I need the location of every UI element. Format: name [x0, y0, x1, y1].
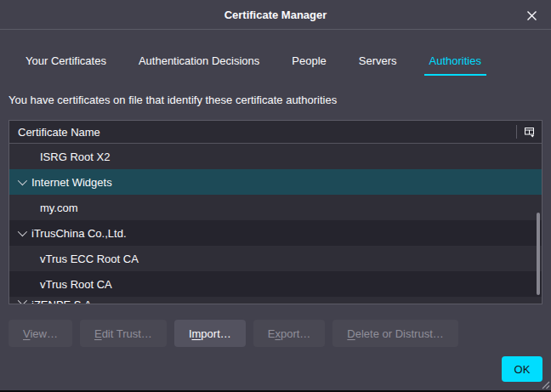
view-button[interactable]: View…	[9, 320, 72, 347]
import-button[interactable]: Import…	[174, 320, 246, 347]
chevron-glyph	[18, 296, 27, 304]
column-picker-icon[interactable]	[517, 121, 542, 143]
tab-people[interactable]: People	[287, 54, 331, 76]
chevron-glyph	[18, 227, 27, 236]
cert-row-label: iTrusChina Co.,Ltd.	[31, 227, 127, 240]
action-button-row: View…Edit Trust…Import…Export…Delete or …	[9, 320, 542, 347]
certificate-tree: ISRG Root X2Internet Widgetsmy.comiTrusC…	[9, 144, 542, 304]
cert-row-label: vTrus Root CA	[40, 278, 112, 291]
chevron-glyph	[18, 176, 27, 185]
export-button[interactable]: Export…	[253, 320, 326, 347]
tab-servers[interactable]: Servers	[354, 54, 402, 76]
certificate-table: Certificate Name ISRG Root X2Internet Wi…	[9, 120, 542, 304]
close-icon[interactable]	[523, 7, 540, 24]
cert-row-label: Internet Widgets	[31, 176, 112, 189]
tab-authentication-decisions[interactable]: Authentication Decisions	[133, 54, 264, 76]
scrollbar-thumb[interactable]	[537, 213, 540, 295]
dialog-title: Certificate Manager	[224, 9, 327, 21]
tab-authorities[interactable]: Authorities	[424, 54, 486, 76]
chevron-down-icon[interactable]	[16, 230, 26, 236]
close-icon-glyph	[526, 10, 537, 21]
cert-row-vtrus-root-ca[interactable]: vTrus Root CA	[9, 271, 542, 297]
tab-bar: Your CertificatesAuthentication Decision…	[0, 30, 551, 76]
delete-or-distrust-button[interactable]: Delete or Distrust…	[332, 320, 457, 347]
resize-grip-icon[interactable]	[540, 379, 550, 389]
cert-row-label: iZENPE S.A.	[31, 298, 94, 304]
cert-row-my-com[interactable]: my.com	[9, 195, 542, 220]
table-header: Certificate Name	[9, 121, 542, 144]
chevron-down-icon[interactable]	[16, 298, 26, 304]
tab-your-certificates[interactable]: Your Certificates	[20, 54, 111, 76]
edit-trust-button[interactable]: Edit Trust…	[80, 320, 167, 347]
cert-row-isrg-root-x2[interactable]: ISRG Root X2	[9, 144, 542, 169]
certificate-manager-dialog: Certificate Manager Your CertificatesAut…	[0, 0, 551, 392]
description-text: You have certificates on file that ident…	[9, 94, 542, 107]
chevron-down-icon[interactable]	[16, 179, 26, 185]
cert-row-itruschina-co-ltd[interactable]: iTrusChina Co.,Ltd.	[9, 220, 542, 246]
title-bar: Certificate Manager	[0, 0, 551, 30]
certificate-name-column-header[interactable]: Certificate Name	[9, 126, 516, 139]
cert-row-vtrus-ecc-root-ca[interactable]: vTrus ECC Root CA	[9, 246, 542, 271]
cert-row-label: vTrus ECC Root CA	[40, 253, 139, 265]
cert-row-internet-widgets[interactable]: Internet Widgets	[9, 169, 542, 195]
cert-row-label: ISRG Root X2	[40, 151, 110, 163]
ok-button[interactable]: OK	[502, 356, 542, 382]
cert-row-izenpe-s-a[interactable]: iZENPE S.A.	[9, 297, 542, 304]
cert-row-label: my.com	[40, 202, 78, 214]
column-picker-glyph	[524, 126, 536, 138]
